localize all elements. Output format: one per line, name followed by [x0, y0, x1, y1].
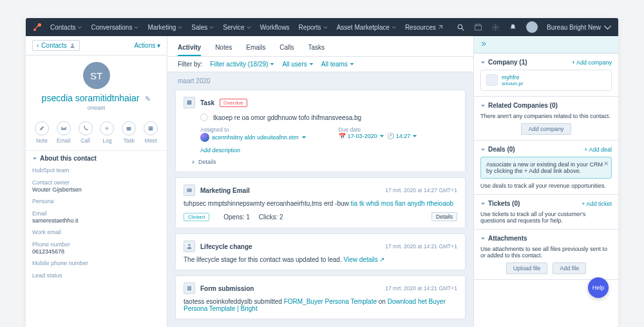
- company-logo: [486, 74, 498, 86]
- nav-reports[interactable]: Reports: [299, 24, 328, 31]
- tab-notes[interactable]: Notes: [215, 40, 232, 56]
- due-time-picker[interactable]: 🕐 14:27: [387, 133, 418, 139]
- add-ticket-link[interactable]: + Add ticket: [582, 201, 612, 207]
- related-companies-header[interactable]: Related Companies (0): [480, 102, 558, 109]
- call-button[interactable]: Call: [79, 121, 93, 144]
- nav-sales[interactable]: Sales: [191, 24, 214, 31]
- assigned-to-label: Assigned to: [200, 126, 307, 133]
- collapse-sidebar-button[interactable]: [474, 36, 618, 54]
- company-name: myhfre: [502, 74, 523, 81]
- email-button[interactable]: Email: [57, 121, 71, 144]
- add-file-button[interactable]: Add file: [553, 263, 586, 274]
- add-related-company-button[interactable]: Add company: [521, 123, 571, 135]
- svg-point-3: [458, 25, 462, 29]
- field-hubspot-team-label: HubSpot team: [32, 167, 160, 173]
- add-description-link[interactable]: Add description: [200, 147, 457, 154]
- form-timestamp: 17 mrt. 2020 at 14:21 GMT+1: [385, 285, 457, 292]
- about-section-header[interactable]: About this contact: [26, 150, 167, 166]
- filter-label: Filter by:: [178, 61, 202, 68]
- email-details-button[interactable]: Details: [431, 212, 457, 221]
- svg-rect-11: [149, 126, 153, 130]
- top-nav: Contacts Conversations Marketing Sales S…: [26, 18, 618, 36]
- nav-contacts[interactable]: Contacts: [50, 24, 82, 31]
- clicked-badge: Clicked: [184, 213, 209, 221]
- task-icon: [184, 97, 195, 108]
- related-companies-body: There aren't any companies related to th…: [480, 113, 612, 119]
- activity-tabs: Activity Notes Emails Calls Tasks: [167, 36, 473, 57]
- assignee-dropdown[interactable]: acennhsitny aldn udeuiteafnn.etm: [200, 133, 307, 142]
- edit-name-icon[interactable]: ✎: [145, 95, 151, 103]
- email-type-label: Marketing Email: [200, 187, 250, 194]
- nav-workflows[interactable]: Workflows: [260, 24, 290, 31]
- lifecycle-view-details-link[interactable]: View details ↗: [343, 256, 384, 263]
- due-date-picker[interactable]: 📅 17-03-2020: [339, 133, 384, 139]
- svg-point-0: [33, 28, 36, 31]
- field-contact-owner-label: Contact owner: [32, 179, 160, 186]
- email-icon: [184, 184, 195, 196]
- contact-avatar: ST: [83, 62, 110, 89]
- svg-rect-13: [187, 101, 192, 105]
- task-type-label: Task: [200, 99, 214, 106]
- actions-dropdown[interactable]: Actions ▾: [134, 42, 160, 49]
- svg-rect-2: [35, 26, 38, 28]
- assignee-avatar: [200, 133, 209, 142]
- nav-conversations[interactable]: Conversations: [91, 24, 138, 31]
- nav-service[interactable]: Service: [223, 24, 251, 31]
- upload-file-button[interactable]: Upload file: [506, 263, 548, 274]
- marketplace-icon[interactable]: [474, 23, 482, 32]
- tab-tasks[interactable]: Tasks: [308, 40, 325, 56]
- field-persona-label: Persona: [32, 198, 160, 204]
- account-switcher[interactable]: Bureau Bright New: [547, 23, 612, 32]
- note-button[interactable]: Note: [35, 121, 49, 144]
- user-avatar[interactable]: [526, 21, 538, 33]
- nav-resources[interactable]: Resources: [405, 24, 443, 31]
- deals-body: Use deals to track all your revenue oppo…: [480, 183, 612, 189]
- tickets-body: Use tickets to track all of your custome…: [480, 211, 612, 224]
- left-panel: ‹ Contacts Actions ▾ ST psecdia soramiti…: [26, 36, 167, 327]
- tickets-header[interactable]: Tickets (0): [480, 200, 520, 207]
- notifications-icon[interactable]: [509, 23, 517, 32]
- month-header: maart 2020: [167, 72, 473, 87]
- settings-icon[interactable]: [491, 23, 500, 32]
- company-card[interactable]: myhfre smoun.pr: [480, 70, 612, 91]
- email-timestamp: 17 mrt. 2020 at 14:27 GMT+1: [385, 187, 457, 193]
- svg-line-4: [462, 28, 464, 30]
- back-to-contacts[interactable]: ‹ Contacts: [32, 40, 80, 51]
- deals-tip: Associate a new or existing deal in your…: [480, 157, 612, 179]
- task-complete-toggle[interactable]: [200, 114, 208, 121]
- field-phone-value[interactable]: 0612345678: [32, 248, 160, 255]
- contact-name: psecdia soramitidtnhaiar: [42, 93, 140, 103]
- contact-subtitle: oneaet: [32, 104, 160, 111]
- form-name-link[interactable]: FORM_Buyer Persona Template: [284, 298, 377, 305]
- field-lead-status-label: Lead status: [32, 272, 160, 279]
- attachments-header[interactable]: Attachments: [480, 235, 527, 242]
- contact-action-row: Note Email Call Log Task Meet: [26, 117, 167, 150]
- filter-activity[interactable]: Filter activity (18/29): [210, 61, 274, 68]
- meet-button[interactable]: Meet: [144, 121, 158, 144]
- field-contact-owner-value[interactable]: Wouter Gijsbertsen: [32, 186, 160, 193]
- tab-calls[interactable]: Calls: [279, 40, 294, 56]
- svg-point-6: [495, 26, 497, 28]
- email-subject-link[interactable]: tia tk whdi mos fian anydh rtheioaob: [351, 200, 454, 207]
- add-deal-link[interactable]: + Add deal: [584, 146, 612, 153]
- field-email-value[interactable]: samerestaethho.it: [32, 217, 160, 224]
- lifecycle-timestamp: 17 mrt. 2020 at 14:21 GMT+1: [385, 243, 457, 250]
- help-button[interactable]: Help: [588, 277, 609, 298]
- nav-marketing[interactable]: Marketing: [147, 24, 182, 31]
- search-icon[interactable]: [457, 23, 465, 32]
- nav-asset-marketplace[interactable]: Asset Marketplace: [337, 24, 396, 31]
- filter-teams[interactable]: All teams: [321, 61, 354, 68]
- deals-header[interactable]: Deals (0): [480, 146, 515, 153]
- svg-rect-5: [475, 25, 482, 30]
- task-button[interactable]: Task: [122, 121, 136, 144]
- filter-users[interactable]: All users: [282, 61, 313, 68]
- task-overdue-badge: Overdue: [220, 99, 247, 107]
- log-button[interactable]: Log: [100, 121, 114, 144]
- task-details-toggle[interactable]: Details: [191, 159, 457, 165]
- tab-emails[interactable]: Emails: [246, 40, 265, 56]
- tab-activity[interactable]: Activity: [178, 40, 201, 56]
- field-phone-label: Phone number: [32, 241, 160, 248]
- add-company-link[interactable]: + Add company: [572, 59, 612, 66]
- company-section-header[interactable]: Company (1): [480, 59, 527, 66]
- dismiss-tip-icon[interactable]: ✕: [603, 160, 609, 167]
